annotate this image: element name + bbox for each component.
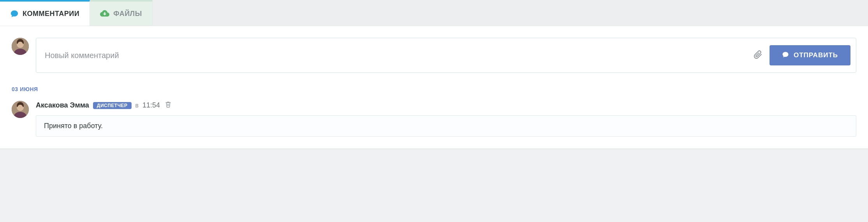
comment-author: Аксакова Эмма	[36, 101, 89, 109]
compose-box: ОТПРАВИТЬ	[36, 38, 856, 73]
speech-bubble-icon	[782, 51, 789, 60]
speech-bubble-icon	[10, 9, 19, 18]
send-button[interactable]: ОТПРАВИТЬ	[770, 45, 850, 65]
date-separator: 03 ИЮНЯ	[12, 86, 856, 92]
comment-time-prefix: в	[135, 102, 139, 109]
tab-bar: КОММЕНТАРИИ ФАЙЛЫ	[0, 0, 868, 26]
comments-panel: ОТПРАВИТЬ 03 ИЮНЯ Аксакова Эмма ДИСПЕТЧЕ…	[0, 26, 868, 148]
comment-body: Аксакова Эмма ДИСПЕТЧЕР в 11:54 Принято …	[36, 101, 856, 137]
comment-time: 11:54	[142, 101, 160, 109]
send-button-label: ОТПРАВИТЬ	[794, 51, 838, 59]
role-badge: ДИСПЕТЧЕР	[93, 102, 132, 109]
avatar	[12, 101, 29, 118]
panel-shadow	[0, 148, 868, 150]
comment-input[interactable]	[45, 51, 746, 60]
comment-item: Аксакова Эмма ДИСПЕТЧЕР в 11:54 Принято …	[12, 101, 856, 137]
tab-comments[interactable]: КОММЕНТАРИИ	[0, 0, 90, 26]
comment-composer: ОТПРАВИТЬ	[12, 38, 856, 73]
avatar	[12, 38, 29, 55]
tab-label: КОММЕНТАРИИ	[23, 10, 79, 18]
comment-header: Аксакова Эмма ДИСПЕТЧЕР в 11:54	[36, 101, 856, 110]
paperclip-icon	[753, 50, 763, 61]
tab-files[interactable]: ФАЙЛЫ	[90, 0, 153, 26]
comment-text: Принято в работу.	[36, 115, 856, 137]
trash-icon	[165, 101, 172, 110]
delete-comment-button[interactable]	[165, 101, 172, 110]
cloud-download-icon	[100, 9, 109, 18]
tab-label: ФАЙЛЫ	[113, 10, 142, 18]
attach-button[interactable]	[750, 48, 766, 63]
